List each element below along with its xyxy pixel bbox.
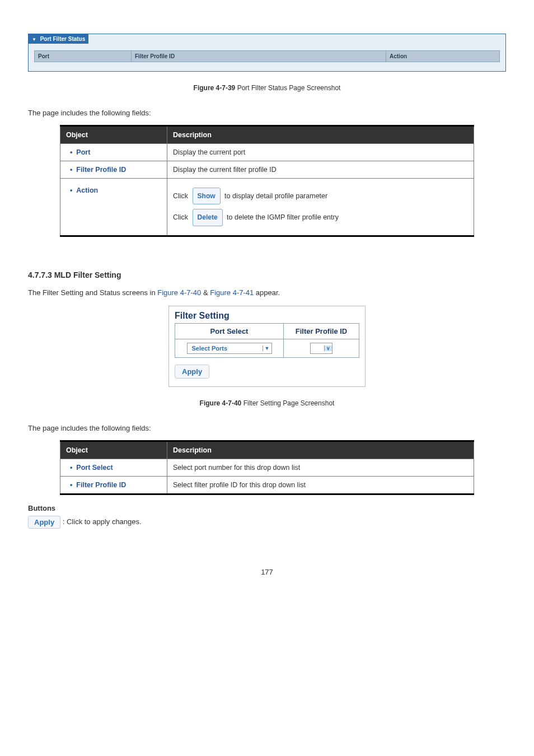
intro-text-1: The page includes the following fields: xyxy=(28,109,506,117)
caption-figure: Figure 4-7-39 xyxy=(194,84,236,92)
obj-action: Action xyxy=(76,186,98,194)
filter-col-port-select: Port Select xyxy=(175,324,284,339)
th-object: Object xyxy=(60,126,167,144)
cell-object: • Port Select xyxy=(60,459,167,476)
delete-button[interactable]: Delete xyxy=(193,209,223,226)
buttons-heading: Buttons xyxy=(28,504,506,512)
table-row: • Port Display the current port xyxy=(60,144,474,161)
caption-figure: Figure 4-7-40 xyxy=(200,399,242,407)
filter-title: Filter Setting xyxy=(175,311,359,321)
th-description: Description xyxy=(167,126,474,144)
apply-description: : Click to apply changes. xyxy=(63,517,142,526)
buttons-line: Apply : Click to apply changes. xyxy=(28,516,506,529)
profile-id-dropdown[interactable]: ∨ xyxy=(310,343,332,354)
table-row: • Filter Profile ID Select filter profil… xyxy=(60,476,474,494)
chevron-down-icon: ▼ xyxy=(263,346,271,351)
click-label: Click xyxy=(173,192,188,200)
filter-col-profile-id: Filter Profile ID xyxy=(284,324,359,339)
caption-text: Filter Setting Page Screenshot xyxy=(241,399,334,407)
show-text: to display detail profile parameter xyxy=(224,192,327,200)
cell-object: • Action xyxy=(60,179,167,236)
figure-link-40[interactable]: Figure 4-7-40 xyxy=(157,288,201,297)
click-label: Click xyxy=(173,213,188,221)
filter-setting-widget: Filter Setting Port Select Filter Profil… xyxy=(168,306,366,387)
apply-button[interactable]: Apply xyxy=(175,365,209,379)
figure-caption-40: Figure 4-7-40 Filter Setting Page Screen… xyxy=(28,399,506,407)
obj-port-select: Port Select xyxy=(76,464,113,472)
delete-text: to delete the IGMP filter profile entry xyxy=(227,213,339,221)
cell-object: • Filter Profile ID xyxy=(60,476,167,494)
status-col-port: Port xyxy=(35,51,132,62)
port-select-value: Select Ports xyxy=(188,345,232,352)
th-object: Object xyxy=(60,441,167,459)
filter-header-row: Port Select Filter Profile ID xyxy=(175,323,359,339)
table-header-row: Object Description xyxy=(60,441,474,459)
port-filter-status-panel: ▼ Port Filter Status Port Filter Profile… xyxy=(28,34,506,72)
table-row: • Filter Profile ID Display the current … xyxy=(60,161,474,179)
cell-object: • Filter Profile ID xyxy=(60,161,167,179)
th-description: Description xyxy=(167,441,474,459)
object-table-1: Object Description • Port Display the cu… xyxy=(60,125,474,237)
obj-filter-profile-id: Filter Profile ID xyxy=(76,481,126,489)
cell-description: Select filter profile ID for this drop d… xyxy=(167,476,474,494)
show-button[interactable]: Show xyxy=(193,188,221,204)
apply-button-inline[interactable]: Apply xyxy=(28,516,60,529)
page-number: 177 xyxy=(28,568,506,576)
table-row: • Port Select Select port number for thi… xyxy=(60,459,474,476)
section-heading: 4.7.7.3 MLD Filter Setting xyxy=(28,270,506,279)
object-table-2: Object Description • Port Select Select … xyxy=(60,440,474,495)
panel-header[interactable]: ▼ Port Filter Status xyxy=(29,34,88,44)
filter-input-row: Select Ports ▼ ∨ xyxy=(175,339,359,358)
figure-link-41[interactable]: Figure 4-7-41 xyxy=(210,288,254,297)
profile-id-cell: ∨ xyxy=(284,339,359,357)
table-header-row: Object Description xyxy=(60,126,474,144)
status-col-fpid: Filter Profile ID xyxy=(132,51,386,62)
port-select-dropdown[interactable]: Select Ports ▼ xyxy=(187,343,272,354)
chevron-down-icon: ∨ xyxy=(324,346,332,351)
cell-description: Display the current port xyxy=(167,144,474,161)
figure-caption-39: Figure 4-7-39 Port Filter Status Page Sc… xyxy=(28,84,506,92)
port-select-cell: Select Ports ▼ xyxy=(175,339,284,357)
chevron-down-icon: ▼ xyxy=(32,37,36,42)
cell-description-action: Click Show to display detail profile par… xyxy=(167,179,474,236)
caption-text: Port Filter Status Page Screenshot xyxy=(235,84,340,92)
section-intro: The Filter Setting and Status screens in… xyxy=(28,288,506,297)
obj-filter-profile-id: Filter Profile ID xyxy=(76,166,126,174)
cell-object: • Port xyxy=(60,144,167,161)
obj-port: Port xyxy=(76,148,90,156)
panel-title: Port Filter Status xyxy=(40,36,86,42)
cell-description: Select port number for this drop down li… xyxy=(167,459,474,476)
intro-text-2: The page includes the following fields: xyxy=(28,424,506,432)
status-col-action: Action xyxy=(386,51,499,62)
status-table: Port Filter Profile ID Action xyxy=(34,50,500,62)
status-header-row: Port Filter Profile ID Action xyxy=(34,50,500,62)
cell-description: Display the current filter profile ID xyxy=(167,161,474,179)
table-row: • Action Click Show to display detail pr… xyxy=(60,179,474,236)
